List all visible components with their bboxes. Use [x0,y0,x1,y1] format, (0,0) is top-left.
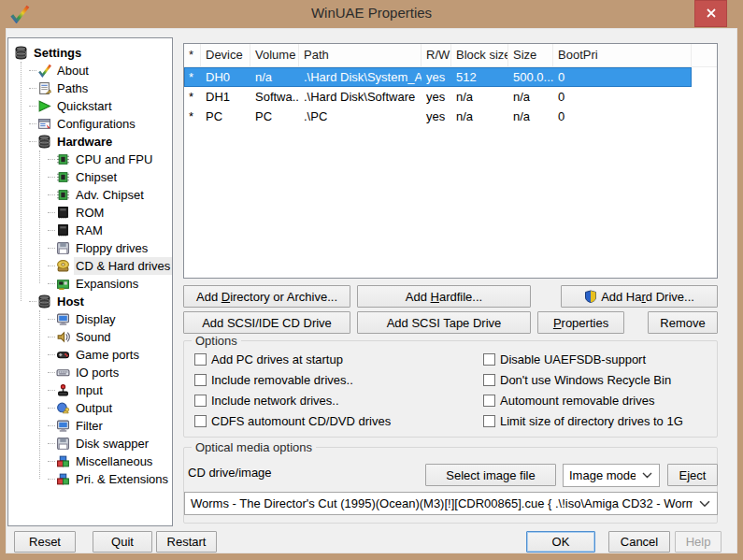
column-header-size[interactable]: Size [508,44,553,66]
configurations-window-icon [37,117,51,131]
column-header-bootpri[interactable]: BootPri [553,44,692,66]
checkbox-label: Limit size of directory drives to 1G [500,414,683,428]
column-header-device[interactable]: Device [201,44,250,66]
cancel-button[interactable]: Cancel [608,531,670,553]
button-label: Remove [660,316,705,330]
remove-button[interactable]: Remove [648,311,718,334]
close-icon [706,6,717,22]
quit-button[interactable]: Quit [93,531,152,553]
sidebar-item-host[interactable]: Host [8,293,172,310]
sidebar-item-label: Adv. Chipset [74,186,146,204]
sidebar-item-label: Sound [74,328,113,346]
checkbox-include-removable-drives[interactable]: Include removable drives.. [194,372,353,388]
eject-button[interactable]: Eject [667,464,718,486]
restart-button[interactable]: Restart [156,531,217,553]
add-directory-or-archive-button[interactable]: Add Directory or Archive... [183,285,350,308]
checkbox-disable-uaefsdb-support[interactable]: Disable UAEFSDB-support [483,352,646,367]
sidebar-item-input[interactable]: Input [8,381,172,399]
cell-size: n/a [508,87,553,107]
sidebar-item-label: Disk swapper [74,435,150,452]
column-header-block-size[interactable]: Block size [451,44,508,66]
checkbox-label: Automount removable drives [500,394,654,408]
sidebar-item-output[interactable]: Output [8,399,172,417]
column-header-volume[interactable]: Volume [250,44,299,66]
cd-disc-icon [56,259,70,273]
paths-doc-icon [37,81,51,95]
checkbox-add-pc-drives-at-startup[interactable]: Add PC drives at startup [194,352,343,367]
image-mode-value: Image mode [564,468,636,482]
reset-button[interactable]: Reset [14,531,76,553]
table-row-pc[interactable]: *PCPC.\PCyesn/an/a0 [184,107,692,126]
checkbox-box [194,415,207,427]
optical-group-title: Optical media options [192,440,316,454]
sidebar-item-label: Display [74,310,118,328]
sidebar-item-label: IO ports [74,364,121,381]
sidebar-item-cpu-and-fpu[interactable]: CPU and FPU [8,151,172,168]
checkbox-cdfs-automount-cd-dvd-drives[interactable]: CDFS automount CD/DVD drives [194,413,391,429]
sidebar-item-label: Settings [32,44,83,62]
properties-button[interactable]: Properties [537,311,624,334]
sidebar-item-ram[interactable]: RAM [8,222,172,239]
sidebar-item-hardware[interactable]: Hardware [8,133,172,151]
button-label: Properties [553,316,608,330]
sidebar-item-pri-extensions[interactable]: Pri. & Extensions [8,470,172,488]
image-mode-select[interactable]: Image mode [563,464,660,487]
cell-volume: n/a [250,67,299,87]
sidebar-item-about[interactable]: About [8,62,172,79]
sidebar-item-chipset[interactable]: Chipset [8,168,172,186]
add-hardfile-button[interactable]: Add Hardfile... [357,285,531,308]
checkbox-label: Include removable drives.. [211,373,353,387]
sidebar-item-adv-chipset[interactable]: Adv. Chipset [8,186,172,204]
sidebar-item-game-ports[interactable]: Game ports [8,346,172,364]
help-button[interactable]: Help [675,531,722,553]
table-row-dh1[interactable]: *DH1Softwa....\Hard Disk\Softwareyesn/an… [184,87,692,107]
rainbow-check-icon [37,64,51,78]
cd-image-combobox[interactable]: Worms - The Director's Cut (1995)(Ocean)… [184,492,718,515]
cell-device: DH0 [201,67,250,87]
options-group-title: Options [192,334,241,348]
tree-connector [48,319,55,321]
column-header-star[interactable]: * [184,44,201,66]
checkbox-limit-size-of-directory-drives-to-1g[interactable]: Limit size of directory drives to 1G [483,413,683,429]
sidebar-item-configurations[interactable]: Configurations [8,115,172,133]
checkbox-don-t-use-windows-recycle-bin[interactable]: Don't use Windows Recycle Bin [483,372,671,388]
sidebar-item-expansions[interactable]: Expansions [8,275,172,293]
checkbox-label: CDFS automount CD/DVD drives [211,414,391,428]
ok-button[interactable]: OK [526,531,595,553]
speaker-icon [56,330,70,344]
add-scsi-tape-drive-button[interactable]: Add SCSI Tape Drive [357,311,531,334]
sidebar-item-io-ports[interactable]: IO ports [8,364,172,381]
disk-stack-icon [14,46,28,60]
sidebar-item-rom[interactable]: ROM [8,204,172,222]
sidebar-item-miscellaneous[interactable]: Miscellaneous [8,452,172,470]
add-scsi-ide-cd-drive-button[interactable]: Add SCSI/IDE CD Drive [183,311,350,334]
sidebar-item-cd-hard-drives[interactable]: CD & Hard drives [8,257,172,275]
sidebar-item-label: Output [74,399,114,417]
cell-star: * [184,87,201,107]
column-header-r-w[interactable]: R/W [422,44,451,66]
table-row-dh0[interactable]: *DH0n/a.\Hard Disk\System_A...yes512500.… [184,67,692,87]
select-image-file-button[interactable]: Select image file [425,464,556,486]
sidebar-item-paths[interactable]: Paths [8,79,172,97]
add-hard-drive-button[interactable]: Add Hard Drive... [561,285,718,308]
checkbox-include-network-drives[interactable]: Include network drives.. [194,393,339,409]
tree-connector [48,177,55,179]
sidebar-item-sound[interactable]: Sound [8,328,172,346]
joystick-icon [56,383,70,397]
monitor-icon [56,312,70,326]
checkbox-automount-removable-drives[interactable]: Automount removable drives [483,393,654,409]
checkbox-box [194,374,207,386]
sidebar-item-quickstart[interactable]: Quickstart [8,97,172,115]
tree-connector [48,372,55,374]
sidebar-item-filter[interactable]: Filter [8,417,172,435]
close-button[interactable] [694,0,727,27]
button-label: OK [552,535,570,549]
sidebar-item-floppy-drives[interactable]: Floppy drives [8,239,172,257]
sidebar-item-disk-swapper[interactable]: Disk swapper [8,435,172,452]
sidebar-item-settings[interactable]: Settings [8,44,172,62]
sidebar-item-label: About [55,62,91,79]
column-header-path[interactable]: Path [299,44,422,66]
tree-connector [29,106,36,108]
sidebar-item-display[interactable]: Display [8,310,172,328]
chip-black-icon [56,206,70,220]
